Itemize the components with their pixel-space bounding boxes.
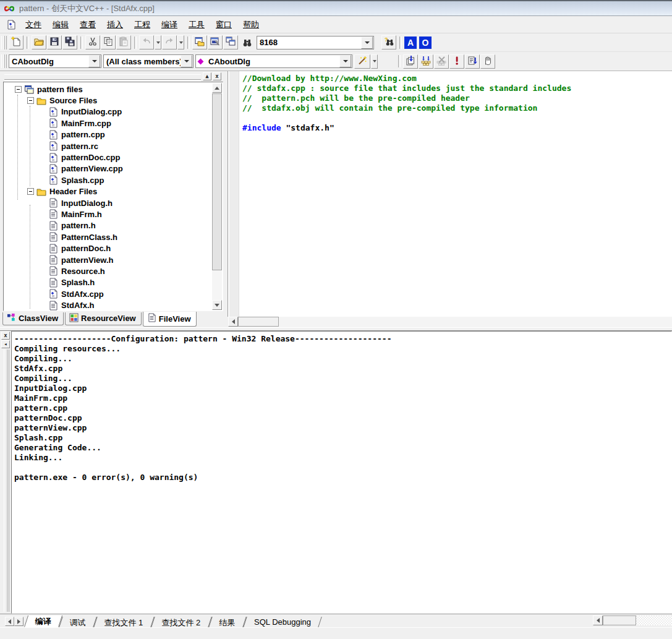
- tree-item-resource-h[interactable]: Resource.h: [4, 265, 212, 277]
- tab-fileview[interactable]: FileView: [143, 312, 197, 327]
- tree-item-mainfrm-cpp[interactable]: MainFrm.cpp: [4, 118, 212, 129]
- output-horizontal-scrollbar[interactable]: [593, 615, 672, 625]
- tree-item-splash-cpp[interactable]: Splash.cpp: [4, 174, 212, 186]
- tree-item-patternview-h[interactable]: patternView.h: [4, 254, 212, 265]
- cut-button[interactable]: [85, 35, 100, 49]
- new-file-button[interactable]: [9, 35, 23, 49]
- file-tree[interactable]: pattern filesSource FilesInputDialog.cpp…: [3, 82, 223, 311]
- toggle-output-button[interactable]: [208, 35, 223, 49]
- window-list-button[interactable]: [223, 35, 238, 49]
- combo-dropdown-arrow-icon[interactable]: [181, 55, 192, 67]
- title-bar[interactable]: pattern - 创天中文VC++ - [StdAfx.cpp]: [0, 1, 672, 16]
- selection-margin[interactable]: [229, 71, 239, 317]
- tab-resourceview[interactable]: ResourceView: [65, 312, 142, 325]
- toolbar-gripper[interactable]: [1, 54, 7, 68]
- tabs-scroll-right-button[interactable]: [14, 617, 23, 626]
- workspace-close-button[interactable]: x: [213, 72, 221, 80]
- tree-item-pattern-rc[interactable]: pattern.rc: [4, 140, 212, 152]
- output-close-button[interactable]: x: [1, 332, 10, 340]
- build-button[interactable]: [419, 54, 433, 69]
- tree-item-source-files[interactable]: Source Files: [4, 95, 212, 106]
- workspace-gripper[interactable]: [4, 74, 201, 80]
- output-tab-查找文件-1[interactable]: 查找文件 1: [93, 617, 154, 627]
- tree-item-mainfrm-h[interactable]: MainFrm.h: [4, 208, 212, 220]
- tree-item-inputdialog-cpp[interactable]: InputDialog.cpp: [4, 106, 212, 118]
- editor-horizontal-scrollbar[interactable]: [228, 317, 672, 327]
- document-system-icon[interactable]: [6, 20, 16, 30]
- menu-item-1[interactable]: 编辑: [47, 17, 74, 32]
- tree-expand-box[interactable]: [15, 86, 22, 93]
- undo-button[interactable]: [139, 35, 154, 49]
- combo-dropdown-arrow-icon[interactable]: [361, 36, 373, 49]
- search-in-files-button[interactable]: ?: [381, 35, 396, 49]
- toggle-workspace-button[interactable]: [192, 35, 207, 49]
- compile-button[interactable]: [403, 54, 418, 69]
- members-combo[interactable]: (All class members): [103, 54, 194, 68]
- tree-item-stdafx-h[interactable]: StdAfx.h: [4, 299, 212, 311]
- workspace-minimize-button[interactable]: ▲: [203, 72, 211, 80]
- scrollbar-thumb[interactable]: [238, 317, 279, 327]
- class-wizard-button[interactable]: [354, 54, 370, 69]
- output-tab-查找文件-2[interactable]: 查找文件 2: [151, 617, 211, 627]
- scroll-down-button[interactable]: [212, 300, 222, 310]
- output-tab-调试[interactable]: 调试: [59, 617, 97, 627]
- output-expand-button[interactable]: ◂: [1, 340, 10, 348]
- tree-item-patternclass-h[interactable]: PatternClass.h: [4, 231, 212, 242]
- scrollbar-track[interactable]: [636, 615, 672, 625]
- copy-button[interactable]: [101, 35, 116, 49]
- tree-item-splash-h[interactable]: Splash.h: [4, 277, 212, 288]
- output-tab-sql-debugging[interactable]: SQL Debugging: [243, 617, 322, 627]
- tree-item-patterndoc-cpp[interactable]: patternDoc.cpp: [4, 152, 212, 163]
- scroll-left-button[interactable]: [593, 615, 603, 625]
- tree-item-pattern-files[interactable]: pattern files: [4, 84, 212, 95]
- build-output-log[interactable]: --------------------Configuration: patte…: [11, 331, 672, 614]
- menu-item-8[interactable]: 帮助: [237, 17, 265, 32]
- go-button[interactable]: [465, 54, 480, 69]
- tree-expand-box[interactable]: [27, 188, 34, 195]
- menu-item-7[interactable]: 窗口: [210, 17, 237, 32]
- execute-button[interactable]: [449, 54, 464, 69]
- paste-button[interactable]: [116, 35, 131, 49]
- tabs-scroll-left-button[interactable]: [5, 617, 14, 626]
- redo-button-dropdown[interactable]: [177, 35, 184, 49]
- tree-item-pattern-cpp[interactable]: pattern.cpp: [4, 129, 212, 140]
- tree-item-patternview-cpp[interactable]: patternView.cpp: [4, 163, 212, 174]
- class-wizard-dropdown[interactable]: [371, 54, 378, 69]
- ansi-mode-button[interactable]: A: [404, 36, 417, 49]
- tree-item-stdafx-cpp[interactable]: StdAfx.cpp: [4, 288, 212, 299]
- tree-expand-box[interactable]: [27, 97, 34, 104]
- save-button[interactable]: [47, 35, 62, 49]
- scrollbar-thumb[interactable]: [212, 93, 222, 270]
- combo-dropdown-arrow-icon[interactable]: [88, 55, 100, 67]
- menu-item-4[interactable]: 工程: [129, 17, 156, 32]
- output-gripper[interactable]: [4, 350, 9, 612]
- find-combo[interactable]: 8168: [257, 36, 374, 49]
- undo-button-dropdown[interactable]: [155, 35, 161, 49]
- menu-item-2[interactable]: 查看: [74, 17, 101, 32]
- combo-dropdown-arrow-icon[interactable]: [339, 55, 351, 67]
- menu-item-6[interactable]: 工具: [183, 17, 210, 32]
- tab-classview[interactable]: ClassView: [2, 312, 64, 325]
- tree-vertical-scrollbar[interactable]: [212, 83, 222, 310]
- stop-build-button[interactable]: [434, 54, 449, 69]
- tree-item-inputdialog-h[interactable]: InputDialog.h: [4, 197, 212, 208]
- class-combo[interactable]: CAboutDlg: [9, 54, 101, 68]
- output-tab-结果[interactable]: 结果: [208, 617, 247, 627]
- save-all-button[interactable]: [62, 35, 77, 49]
- output-tab-编译[interactable]: 编译: [24, 615, 62, 627]
- scrollbar-thumb[interactable]: [603, 615, 636, 625]
- scroll-left-button[interactable]: [228, 317, 238, 327]
- open-button[interactable]: [32, 35, 46, 49]
- function-combo[interactable]: CAboutDlg: [195, 54, 352, 68]
- scroll-up-button[interactable]: [212, 83, 222, 93]
- code-editor[interactable]: //Download by http://www.NewXing.com// s…: [228, 71, 672, 317]
- tree-item-patterndoc-h[interactable]: patternDoc.h: [4, 242, 212, 254]
- oem-mode-button[interactable]: O: [419, 36, 432, 49]
- tree-item-pattern-h[interactable]: pattern.h: [4, 220, 212, 231]
- breakpoint-button[interactable]: [480, 54, 495, 69]
- menu-item-3[interactable]: 插入: [101, 17, 129, 32]
- tree-item-header-files[interactable]: Header Files: [4, 186, 212, 197]
- menu-item-5[interactable]: 编译: [156, 17, 183, 32]
- redo-button[interactable]: [162, 35, 177, 49]
- menu-item-0[interactable]: 文件: [20, 17, 47, 32]
